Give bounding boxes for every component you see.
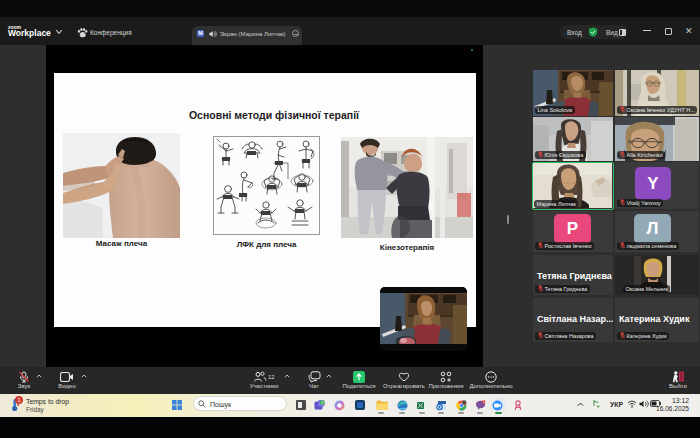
svg-text:1: 1 xyxy=(483,400,485,404)
svg-text:12: 12 xyxy=(268,373,275,379)
